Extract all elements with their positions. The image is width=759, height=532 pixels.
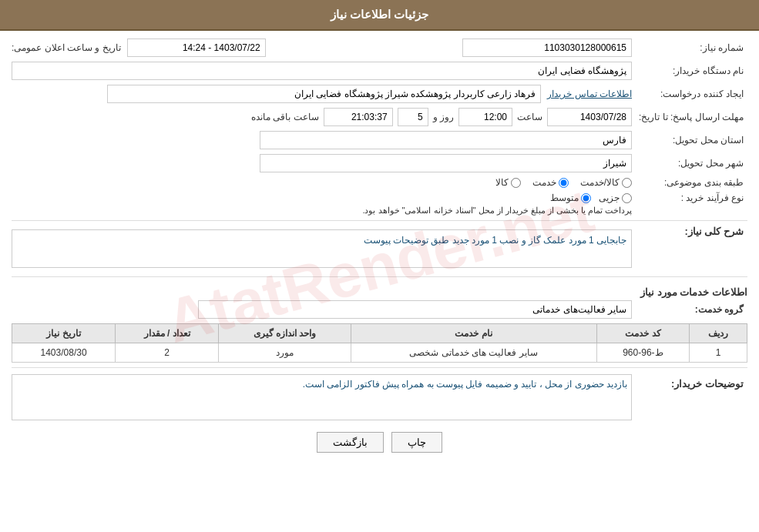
- separator-1: [12, 220, 747, 221]
- table-row: 1ط-96-960سایر فعالیت های خدماتی شخصیمورد…: [12, 343, 747, 363]
- table-cell: ط-96-960: [596, 343, 690, 363]
- buyer-desc-value-col: بازدید حضوری از محل ، تایید و ضمیمه فایل…: [12, 374, 632, 420]
- province-value-col: [12, 131, 632, 149]
- category-option-khedmat[interactable]: خدمت: [532, 177, 569, 188]
- category-radio-khedmat[interactable]: [559, 178, 569, 188]
- category-radio-group: کالا/خدمت خدمت کالا: [12, 177, 632, 188]
- deadline-label: مهلت ارسال پاسخ: تا تاریخ:: [632, 112, 747, 122]
- creator-link[interactable]: اطلاعات تماس خریدار: [547, 89, 632, 99]
- service-group-label: گروه خدمت:: [632, 304, 747, 315]
- service-group-value-col: [12, 300, 632, 319]
- deadline-row: مهلت ارسال پاسخ: تا تاریخ: ساعت روز و سا…: [12, 108, 747, 126]
- deadline-remaining-label: ساعت باقی مانده: [251, 112, 319, 122]
- province-label: استان محل تحویل:: [632, 135, 747, 146]
- need-number-value-col: [281, 38, 632, 57]
- separator-3: [12, 367, 747, 368]
- need-desc-box: جابجایی 1 مورد علمک گاز و نصب 1 مورد جدی…: [12, 229, 632, 268]
- purchase-type-label: نوع فرآیند خرید :: [632, 192, 747, 203]
- need-desc-section: شرح کلی نیاز: جابجایی 1 مورد علمک گاز و …: [12, 226, 747, 272]
- creator-input[interactable]: [107, 85, 542, 103]
- category-radio-kala-khedmat[interactable]: [622, 178, 632, 188]
- print-button[interactable]: چاپ: [391, 432, 442, 453]
- th-code: کد خدمت: [596, 324, 690, 343]
- deadline-date-input[interactable]: [547, 108, 632, 126]
- category-radio-kala[interactable]: [511, 178, 521, 188]
- purchase-type-option-motavaset[interactable]: متوسط: [550, 192, 591, 203]
- creator-value-col: اطلاعات تماس خریدار: [12, 85, 632, 103]
- page-header: جزئیات اطلاعات نیاز: [0, 0, 759, 31]
- purchase-type-desc: پرداخت تمام یا بخشی از مبلغ خریدار از مح…: [12, 206, 632, 216]
- dept-name-input[interactable]: [12, 62, 632, 80]
- table-header-row: ردیف کد خدمت نام خدمت واحد اندازه گیری ت…: [12, 324, 747, 343]
- creator-row: ایجاد کننده درخواست: اطلاعات تماس خریدار: [12, 85, 747, 103]
- province-row: استان محل تحویل:: [12, 131, 747, 149]
- th-quantity: تعداد / مقدار: [116, 324, 219, 343]
- deadline-time-input[interactable]: [458, 108, 512, 126]
- buyer-desc-label: توضیحات خریدار:: [632, 374, 747, 390]
- dept-name-label: نام دستگاه خریدار:: [632, 65, 747, 76]
- th-name: نام خدمت: [351, 324, 596, 343]
- table-cell: 2: [116, 343, 219, 363]
- purchase-type-value-col: جزیی متوسط پرداخت تمام یا بخشی از مبلغ خ…: [12, 192, 632, 216]
- category-label: طبقه بندی موضوعی:: [632, 177, 747, 188]
- deadline-days-label: روز و: [433, 112, 454, 122]
- purchase-type-radio-group: جزیی متوسط: [12, 192, 632, 203]
- th-date: تاریخ نیاز: [12, 324, 116, 343]
- dept-name-row: نام دستگاه خریدار:: [12, 62, 747, 80]
- content-area: شماره نیاز: تاریخ و ساعت اعلان عمومی: نا…: [0, 31, 759, 468]
- city-value-col: [12, 154, 632, 172]
- page-title: جزئیات اطلاعات نیاز: [331, 8, 428, 21]
- buttons-row: چاپ بازگشت: [12, 432, 747, 453]
- th-row: ردیف: [690, 324, 747, 343]
- dept-name-value-col: [12, 62, 632, 80]
- page-wrapper: AtatRender.net جزئیات اطلاعات نیاز شماره…: [0, 0, 759, 532]
- city-label: شهر محل تحویل:: [632, 158, 747, 169]
- services-section-title: اطلاعات خدمات مورد نیاز: [12, 282, 747, 300]
- deadline-remaining-input[interactable]: [324, 108, 393, 126]
- separator-2: [12, 276, 747, 277]
- table-cell: 1403/08/30: [12, 343, 116, 363]
- th-unit: واحد اندازه گیری: [219, 324, 351, 343]
- services-table: ردیف کد خدمت نام خدمت واحد اندازه گیری ت…: [12, 323, 747, 363]
- deadline-fields: ساعت روز و ساعت باقی مانده: [12, 108, 632, 126]
- deadline-days-input[interactable]: [398, 108, 428, 126]
- province-input[interactable]: [260, 131, 632, 149]
- buyer-desc-row: توضیحات خریدار: بازدید حضوری از محل ، تا…: [12, 374, 747, 420]
- announce-date-input[interactable]: [127, 38, 266, 57]
- need-number-label: شماره نیاز:: [632, 42, 747, 53]
- city-input[interactable]: [260, 154, 632, 172]
- announce-section: تاریخ و ساعت اعلان عمومی:: [12, 38, 266, 57]
- need-number-input[interactable]: [462, 38, 632, 57]
- city-row: شهر محل تحویل:: [12, 154, 747, 172]
- service-group-row: گروه خدمت:: [12, 300, 747, 319]
- service-group-input[interactable]: [198, 300, 633, 319]
- back-button[interactable]: بازگشت: [317, 432, 384, 453]
- purchase-type-radio-motavaset[interactable]: [581, 193, 591, 203]
- creator-label: ایجاد کننده درخواست:: [632, 89, 747, 99]
- buyer-desc-box: بازدید حضوری از محل ، تایید و ضمیمه فایل…: [12, 374, 632, 420]
- category-value-col: کالا/خدمت خدمت کالا: [12, 177, 632, 188]
- deadline-time-label: ساعت: [517, 112, 542, 122]
- need-desc-value-col: جابجایی 1 مورد علمک گاز و نصب 1 مورد جدی…: [12, 226, 632, 272]
- category-option-kala[interactable]: کالا: [495, 177, 521, 188]
- category-row: طبقه بندی موضوعی: کالا/خدمت خدمت کالا: [12, 177, 747, 188]
- need-number-row: شماره نیاز: تاریخ و ساعت اعلان عمومی:: [12, 38, 747, 57]
- purchase-type-option-jozii[interactable]: جزیی: [599, 192, 632, 203]
- purchase-type-row: نوع فرآیند خرید : جزیی متوسط پرداخت تمام…: [12, 192, 747, 216]
- table-cell: مورد: [219, 343, 351, 363]
- announce-label: تاریخ و ساعت اعلان عمومی:: [12, 42, 121, 53]
- need-desc-label: شرح کلی نیاز:: [632, 226, 747, 237]
- purchase-type-radio-jozii[interactable]: [622, 193, 632, 203]
- table-cell: سایر فعالیت های خدماتی شخصی: [351, 343, 596, 363]
- table-cell: 1: [690, 343, 747, 363]
- category-option-kala-khedmat[interactable]: کالا/خدمت: [580, 177, 632, 188]
